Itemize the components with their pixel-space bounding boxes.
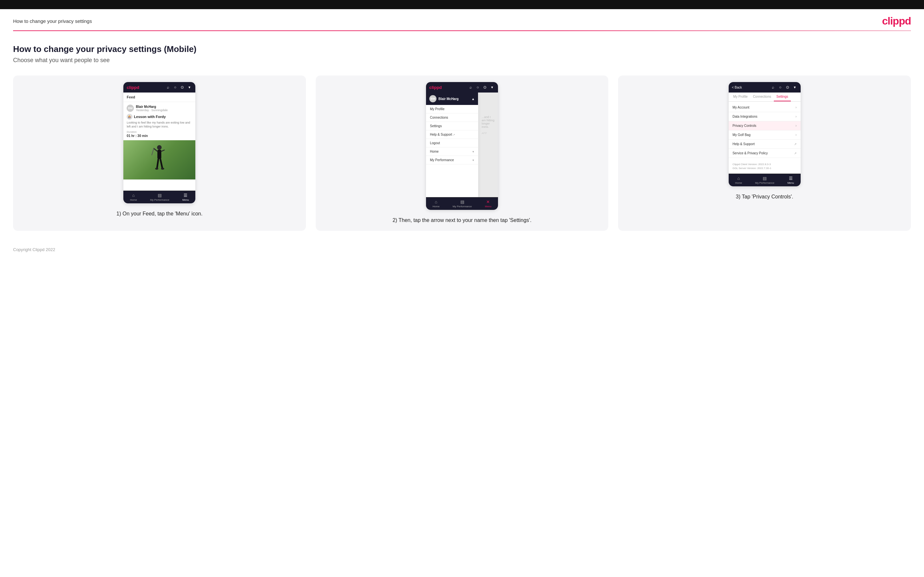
settings-icon-2: ⊙ [482, 85, 488, 90]
service-privacy-label: Service & Privacy Policy [733, 152, 768, 155]
step-3-caption: 3) Tap 'Privacy Controls'. [736, 193, 793, 201]
duration-value: 01 hr : 30 min [127, 134, 192, 138]
my-golf-bag-label: My Golf Bag [733, 133, 751, 137]
page-heading: How to change your privacy settings (Mob… [13, 44, 911, 54]
phone-nav-icons-2: ⌕ ○ ⊙ ▾ [468, 85, 495, 90]
menu-item-logout[interactable]: Logout [426, 139, 478, 147]
menu-icon-3: ☰ [789, 176, 793, 181]
menu-item-connections[interactable]: Connections [426, 113, 478, 122]
phone-nav-1: clippd ⌕ ○ ⊙ ▾ [123, 82, 195, 92]
profile-icon-2: ○ [475, 85, 480, 90]
performance-icon-2: ▤ [460, 200, 464, 204]
svg-point-8 [161, 168, 164, 170]
version-info: Clippd Client Version: 2022.8.3-3 GGL Se… [729, 159, 801, 174]
performance-label-2: My Performance [452, 205, 472, 208]
feed-post-user: BM Blair McHarg Yesterday · Sunningdale [127, 105, 192, 112]
bottom-home-3: ⌂ Home [735, 176, 742, 184]
main-content: How to change your privacy settings (Mob… [0, 31, 924, 240]
tabs-row: My Profile Connections Settings [729, 92, 801, 102]
menu-user-left: BM Blair McHarg [429, 95, 459, 102]
tab-my-profile[interactable]: My Profile [731, 92, 750, 102]
settings-list: My Account › Data Integrations › Privacy… [729, 102, 801, 159]
tab-settings[interactable]: Settings [774, 92, 791, 102]
phone-nav-icons-1: ⌕ ○ ⊙ ▾ [165, 85, 192, 90]
home-label-2: Home [433, 205, 439, 208]
close-label-2: Menu [485, 205, 491, 208]
menu-section-performance[interactable]: My Performance ▾ [426, 156, 478, 164]
phone-mockup-1: clippd ⌕ ○ ⊙ ▾ Feed BM B [123, 82, 195, 203]
settings-service-privacy[interactable]: Service & Privacy Policy ↗ [729, 149, 801, 158]
tab-connections[interactable]: Connections [750, 92, 774, 102]
help-external-icon: ↗ [794, 143, 797, 146]
svg-point-7 [155, 168, 158, 170]
menu-username: Blair McHarg [438, 97, 459, 101]
settings-icon-3: ⊙ [785, 85, 790, 90]
menu-section-home[interactable]: Home ▾ [426, 147, 478, 156]
settings-icon: ⊙ [179, 85, 185, 90]
duration-label: Duration [127, 131, 192, 134]
steps-container: clippd ⌕ ○ ⊙ ▾ Feed BM B [13, 76, 911, 231]
bottom-close-2: ✕ Menu [485, 200, 491, 208]
header: How to change your privacy settings clip… [0, 9, 924, 31]
search-icon: ⌕ [165, 85, 170, 90]
dropdown-icon-3: ▾ [792, 85, 797, 90]
home-icon-3: ⌂ [737, 176, 740, 181]
golfer-svg [151, 143, 168, 176]
feed-tab: Feed [123, 92, 195, 102]
home-icon-2: ⌂ [435, 200, 438, 204]
phone-bottom-nav-2: ⌂ Home ▤ My Performance ✕ Menu [426, 197, 498, 210]
performance-section-label: My Performance [430, 158, 454, 162]
settings-my-account[interactable]: My Account › [729, 103, 801, 112]
menu-item-settings[interactable]: Settings [426, 122, 478, 131]
performance-label-1: My Performance [150, 198, 170, 201]
settings-privacy-controls[interactable]: Privacy Controls › [729, 121, 801, 131]
data-integrations-chevron: › [795, 115, 796, 118]
user-date-1: Yesterday · Sunningdale [136, 108, 168, 112]
phone-bottom-nav-1: ⌂ Home ▤ My Performance ☰ Menu [123, 190, 195, 203]
svg-line-3 [161, 150, 164, 152]
menu-item-profile[interactable]: My Profile [426, 105, 478, 113]
bg-app: APP [478, 132, 498, 135]
privacy-controls-chevron: › [795, 124, 796, 127]
lesson-desc: Looking to feel like my hands are exitin… [127, 121, 192, 129]
settings-help-support[interactable]: Help & Support ↗ [729, 140, 801, 149]
phone-mockup-2: clippd ⌕ ○ ⊙ ▾ Feed content... [426, 82, 498, 210]
feed-post: BM Blair McHarg Yesterday · Sunningdale … [123, 102, 195, 140]
back-button[interactable]: < Back [732, 85, 742, 89]
svg-point-0 [157, 145, 162, 150]
footer: Copyright Clippd 2022 [0, 240, 924, 259]
menu-overlay: BM Blair McHarg ▲ My Profile Connections… [426, 92, 498, 197]
bottom-menu-1: ☰ Menu [182, 193, 189, 201]
menu-user-row: BM Blair McHarg ▲ [426, 92, 478, 105]
performance-chevron: ▾ [472, 158, 474, 162]
header-title: How to change your privacy settings [13, 18, 92, 24]
menu-item-help[interactable]: Help & Support [426, 131, 478, 139]
help-support-label: Help & Support [733, 142, 755, 146]
home-label-3: Home [735, 181, 742, 184]
step-3-card: < Back ⌕ ○ ⊙ ▾ My Profile Connections Se… [618, 76, 911, 231]
phone-content-1: Feed BM Blair McHarg Yesterday · Sunning… [123, 92, 195, 190]
performance-icon: ▤ [158, 193, 162, 198]
step-2-caption: 2) Then, tap the arrow next to your name… [393, 216, 532, 224]
settings-data-integrations[interactable]: Data Integrations › [729, 112, 801, 121]
phone-bottom-nav-3: ⌂ Home ▤ My Performance ☰ Menu [729, 174, 801, 186]
service-external-icon: ↗ [794, 152, 797, 155]
close-icon: ✕ [486, 200, 490, 204]
phone-logo-2: clippd [429, 85, 442, 90]
menu-chevron-up: ▲ [472, 97, 475, 101]
svg-rect-1 [157, 150, 161, 159]
performance-icon-3: ▤ [763, 176, 767, 181]
settings-my-golf-bag[interactable]: My Golf Bag › [729, 131, 801, 140]
lesson-title: 🎰 Lesson with Fordy [127, 114, 192, 120]
copyright: Copyright Clippd 2022 [13, 247, 55, 252]
my-golf-bag-chevron: › [795, 133, 796, 137]
data-integrations-label: Data Integrations [733, 115, 758, 118]
svg-line-6 [160, 159, 162, 168]
version-line-2: GGL Server Version: 2022.7.30-1 [733, 166, 797, 170]
home-icon: ⌂ [132, 193, 135, 198]
performance-label-3: My Performance [755, 181, 774, 184]
step-2-card: clippd ⌕ ○ ⊙ ▾ Feed content... [316, 76, 609, 231]
bottom-menu-3: ☰ Menu [788, 176, 794, 184]
svg-line-5 [157, 159, 158, 168]
menu-label-1: Menu [182, 198, 189, 201]
